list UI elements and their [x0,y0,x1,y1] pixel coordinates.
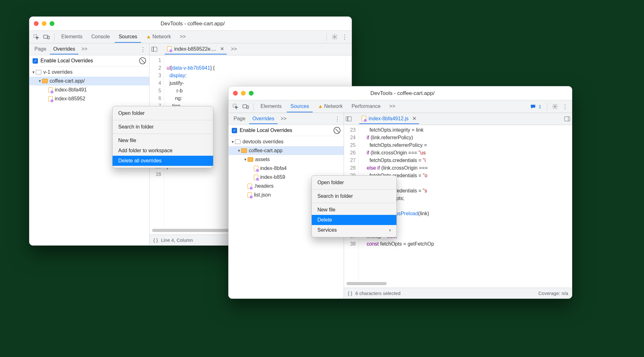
menu-search-folder[interactable]: Search in folder [312,191,396,201]
gear-icon[interactable] [330,33,339,41]
close-icon[interactable] [34,21,39,26]
tab-performance[interactable]: Performance [348,101,384,112]
sidebar-tabs: Page Overrides >> ⋮ [229,113,344,125]
device-icon[interactable] [42,33,51,41]
sidebar-tab-page[interactable]: Page [31,44,49,54]
file-icon [167,46,172,52]
panel-right-icon[interactable] [564,116,570,121]
inspect-icon[interactable] [231,102,240,111]
devtools-window-2: DevTools - coffee-cart.app/ Elements Sou… [228,86,572,299]
editor-tab-label: index-b859522e.... [174,46,216,52]
menu-services-label: Services [317,227,337,233]
tab-elements[interactable]: Elements [257,101,285,112]
menu-delete[interactable]: Delete [312,215,396,225]
svg-rect-2 [48,36,49,39]
tab-sources[interactable]: Sources [115,31,141,43]
menu-open-folder[interactable]: Open folder [312,178,396,188]
tree-root[interactable]: ▼v-1 overrides [29,68,149,77]
folder-open-icon [241,148,247,153]
separator [327,33,327,41]
scrollbar-horizontal[interactable] [347,282,569,286]
folder-icon [235,140,241,144]
file-icon [48,87,53,93]
kebab-icon[interactable]: ⋮ [333,115,342,123]
gear-icon[interactable] [550,102,559,111]
tab-sources[interactable]: Sources [287,101,313,112]
kebab-icon[interactable]: ⋮ [340,33,349,41]
kebab-icon[interactable]: ⋮ [561,102,569,111]
fullscreen-icon[interactable] [50,21,54,26]
menu-separator [113,120,213,120]
folder-open-icon [248,157,253,162]
tree-file[interactable]: index-b85952 [29,94,149,103]
file-icon [248,192,252,198]
enable-overrides-checkbox[interactable]: ✓ [232,128,237,133]
file-icon [48,96,53,102]
tab-elements[interactable]: Elements [58,31,86,43]
sidebar-tabs: Page Overrides >> ⋮ [29,43,149,55]
minimize-icon[interactable] [42,21,46,26]
tree-label: coffee-cart.app/ [50,78,85,84]
kebab-icon[interactable]: ⋮ [138,45,147,54]
sidebar-tab-overrides[interactable]: Overrides [249,114,277,124]
menu-search-folder[interactable]: Search in folder [113,122,213,132]
tree-label: devtools overrides [242,139,284,145]
sidebar-tab-page[interactable]: Page [230,114,248,124]
tree-label: .headers [254,183,273,189]
tree-root[interactable]: ▼devtools overrides [229,137,344,146]
editor-tab[interactable]: index-b859522e....✕ [165,44,227,54]
tree-domain[interactable]: ▼coffee-cart.app/ [29,77,149,85]
sidebar-tabs-more[interactable]: >> [79,44,90,54]
menu-separator [312,189,396,190]
tabs-more[interactable]: >> [386,101,399,112]
file-icon [248,184,252,189]
close-tab-icon[interactable]: ✕ [412,116,416,122]
editor-tabs: index-8bfa4912.js✕ [344,113,572,125]
braces-icon[interactable]: { } [348,291,352,296]
main-toolbar: Elements Console Sources ▲Network >> ⋮ [29,31,352,43]
menu-services[interactable]: Services› [312,225,396,235]
editor-tabs-more[interactable]: >> [229,44,239,54]
menu-separator [312,203,396,203]
sidebar-tab-overrides[interactable]: Overrides [50,44,78,54]
clear-icon[interactable] [334,127,340,134]
clear-icon[interactable] [139,57,146,64]
inspect-icon[interactable] [32,33,41,41]
menu-new-file[interactable]: New file [312,205,396,215]
panel-left-icon[interactable] [151,47,157,52]
panel-left-icon[interactable] [346,116,352,121]
tab-network[interactable]: ▲Network [142,31,175,43]
window-title: DevTools - coffee-cart.app/ [256,90,567,97]
enable-overrides-checkbox[interactable]: ✓ [33,58,38,64]
messages-icon[interactable] [529,102,537,111]
enable-overrides-label: Enable Local Overrides [240,128,292,133]
close-icon[interactable] [233,91,238,96]
file-icon [254,175,258,180]
cursor-position: Line 4, Column [161,237,193,243]
menu-open-folder[interactable]: Open folder [113,108,213,118]
enable-overrides-row: ✓ Enable Local Overrides [229,125,344,136]
tab-console[interactable]: Console [88,31,114,43]
tabs-more[interactable]: >> [176,31,190,43]
editor-tab-label: index-8bfa4912.js [369,116,408,122]
braces-icon[interactable]: { } [153,237,158,243]
fullscreen-icon[interactable] [249,91,254,96]
context-menu: Open folder Search in folder New file Ad… [112,106,213,168]
tree-file[interactable]: index-8bfa4 [229,164,344,173]
device-icon[interactable] [241,102,250,111]
tree-assets[interactable]: ▼assets [229,155,344,164]
main-toolbar: Elements Sources ▲Network Performance >>… [229,100,572,113]
warning-icon: ▲ [318,103,323,109]
tab-network[interactable]: ▲Network [314,101,347,112]
sidebar-tabs-more[interactable]: >> [278,114,289,124]
tree-domain[interactable]: ▼coffee-cart.app [229,146,344,155]
menu-add-workspace[interactable]: Add folder to workspace [113,146,213,156]
window-title: DevTools - coffee-cart.app/ [57,21,347,27]
menu-delete-all-overrides[interactable]: Delete all overrides [113,156,213,166]
menu-new-file[interactable]: New file [113,135,213,146]
minimize-icon[interactable] [241,91,246,96]
tree-file[interactable]: index-8bfa491 [29,85,149,94]
context-menu: Open folder Search in folder New file De… [311,175,397,237]
editor-tab[interactable]: index-8bfa4912.js✕ [359,114,419,124]
close-tab-icon[interactable]: ✕ [220,46,224,52]
